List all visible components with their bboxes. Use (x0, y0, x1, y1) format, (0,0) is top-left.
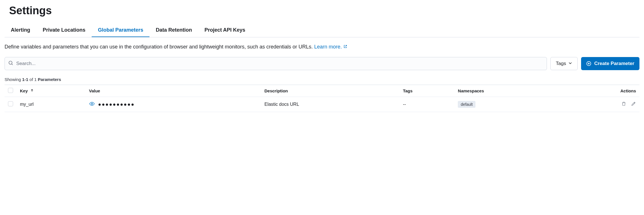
header-value: Value (86, 85, 261, 97)
svg-point-2 (91, 103, 93, 105)
select-all-checkbox[interactable] (8, 88, 13, 93)
tab-bar: Alerting Private Locations Global Parame… (5, 24, 639, 37)
chevron-down-icon (568, 61, 572, 66)
tab-alerting[interactable]: Alerting (5, 24, 36, 37)
tab-global-parameters[interactable]: Global Parameters (92, 24, 149, 37)
cell-actions (564, 97, 639, 112)
pencil-icon[interactable] (631, 101, 636, 108)
table-row: my_url ●●●●●●●●●● Elastic docs URL -- de… (5, 97, 639, 112)
search-input[interactable] (16, 61, 543, 66)
search-icon (8, 60, 13, 67)
create-parameter-button[interactable]: Create Parameter (581, 57, 639, 70)
tab-private-locations[interactable]: Private Locations (36, 24, 92, 37)
header-tags: Tags (399, 85, 454, 97)
tags-filter-button[interactable]: Tags (550, 57, 578, 70)
search-field-wrapper[interactable] (5, 57, 547, 70)
tab-project-api-keys[interactable]: Project API Keys (198, 24, 251, 37)
cell-key: my_url (17, 97, 86, 112)
description-body: Define variables and parameters that you… (5, 44, 314, 50)
svg-point-0 (9, 61, 12, 64)
namespace-badge: default (458, 101, 475, 108)
trash-icon[interactable] (621, 101, 626, 108)
tags-filter-label: Tags (556, 61, 566, 66)
external-link-icon (343, 43, 347, 51)
header-checkbox-col (5, 85, 17, 97)
page-title: Settings (5, 5, 639, 17)
header-key[interactable]: Key (17, 85, 86, 97)
plus-circle-icon (586, 61, 591, 66)
row-checkbox[interactable] (8, 101, 13, 106)
cell-description: Elastic docs URL (261, 97, 399, 112)
description-text: Define variables and parameters that you… (5, 43, 639, 51)
results-count: Showing 1-1 of 1 Parameters (5, 77, 639, 82)
eye-icon[interactable] (89, 101, 95, 108)
create-parameter-label: Create Parameter (594, 61, 634, 66)
header-namespaces: Namespaces (454, 85, 564, 97)
header-actions: Actions (564, 85, 639, 97)
tab-data-retention[interactable]: Data Retention (149, 24, 198, 37)
controls-row: Tags Create Parameter (5, 57, 639, 70)
cell-namespaces: default (454, 97, 564, 112)
arrow-up-icon (30, 88, 34, 93)
parameters-table: Key Value Description Tags Namespaces Ac… (5, 85, 639, 112)
cell-value: ●●●●●●●●●● (86, 97, 261, 112)
cell-tags: -- (399, 97, 454, 112)
header-description: Description (261, 85, 399, 97)
learn-more-link[interactable]: Learn more. (314, 44, 347, 50)
masked-value: ●●●●●●●●●● (98, 102, 135, 108)
